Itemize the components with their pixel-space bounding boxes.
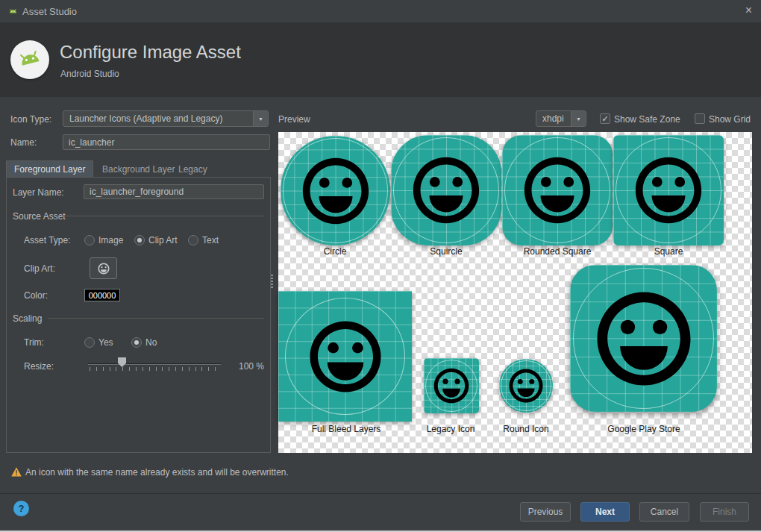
icon-type-value: Launcher Icons (Adaptive and Legacy): [69, 111, 222, 126]
clip-art-label: Clip Art:: [24, 263, 55, 274]
preview-item-label: Circle: [324, 246, 347, 257]
tab-label: Background Layer: [102, 164, 175, 175]
trim-label: Trim:: [24, 337, 44, 348]
safe-zone-keyline: [504, 137, 610, 243]
preview-item-label: Google Play Store: [607, 424, 680, 434]
clip-art-picker-button[interactable]: [90, 257, 117, 279]
preview-item-label: Legacy Icon: [427, 424, 475, 434]
radio-trim-no-label[interactable]: No: [145, 337, 157, 348]
radio-image[interactable]: [84, 235, 95, 245]
group-divider: [48, 318, 264, 319]
tab-label: Legacy: [178, 164, 207, 175]
radio-trim-yes[interactable]: [84, 337, 95, 348]
help-icon[interactable]: ?: [13, 501, 29, 516]
icon-type-dropdown[interactable]: Launcher Icons (Adaptive and Legacy) ▼: [63, 110, 269, 127]
safe-zone-keyline: [393, 137, 499, 243]
preview-item-label: Full Bleed Layers: [312, 424, 381, 434]
window-title: Asset Studio: [22, 6, 77, 17]
preview-item-label: Round Icon: [503, 424, 548, 434]
radio-text-label[interactable]: Text: [202, 235, 219, 245]
radio-clip-art[interactable]: [134, 235, 145, 245]
safe-zone-keyline: [501, 360, 551, 411]
chevron-down-icon[interactable]: ▼: [571, 111, 586, 126]
preview-item-label: Rounded Square: [524, 246, 592, 257]
resize-value: 100 %: [239, 361, 264, 372]
preview-shape-rounded-square: [502, 135, 613, 245]
density-value: xhdpi: [542, 111, 564, 126]
tab-background-layer[interactable]: Background Layer: [95, 160, 182, 178]
radio-trim-yes-label[interactable]: Yes: [98, 337, 113, 348]
safe-zone-keyline: [283, 138, 388, 243]
radio-text[interactable]: [188, 235, 198, 245]
titlebar: Asset Studio ×: [0, 0, 761, 22]
tab-legacy[interactable]: Legacy: [171, 160, 215, 178]
layer-name-input[interactable]: ic_launcher_foreground: [84, 184, 264, 199]
asset-studio-window: Asset Studio × Configure Image Asset And…: [0, 0, 761, 532]
tab-foreground-layer[interactable]: Foreground Layer: [6, 160, 93, 178]
preview-shape-square: [613, 135, 724, 245]
safe-zone-keyline: [616, 137, 721, 243]
preview-shape-round: [499, 359, 553, 413]
android-icon: [7, 6, 19, 17]
source-asset-heading: Source Asset: [13, 211, 66, 222]
preview-shape-legacy: [424, 358, 479, 413]
slider-thumb[interactable]: [118, 357, 126, 367]
next-button[interactable]: Next: [580, 502, 630, 522]
color-swatch[interactable]: 000000: [84, 289, 120, 301]
splitter-grip[interactable]: [271, 275, 273, 288]
scaling-heading: Scaling: [13, 313, 42, 324]
name-label: Name:: [10, 137, 37, 148]
layer-name-label: Layer Name:: [13, 187, 64, 198]
dialog-header: Configure Image Asset Android Studio: [0, 22, 761, 97]
safe-zone-keyline: [425, 360, 477, 412]
page-title: Configure Image Asset: [60, 42, 241, 63]
show-grid-checkbox[interactable]: [695, 113, 705, 124]
smiley-icon: [97, 262, 110, 275]
preview-canvas: Circle Squircle Rounded Square Square Fu…: [278, 132, 752, 453]
page-subtitle: Android Studio: [60, 69, 119, 79]
safe-zone-keyline: [573, 268, 714, 409]
radio-clip-art-label[interactable]: Clip Art: [148, 235, 178, 245]
warning-icon: [10, 466, 22, 478]
color-label: Color:: [24, 290, 48, 301]
chevron-down-icon[interactable]: ▼: [253, 111, 268, 126]
resize-label: Resize:: [24, 361, 54, 372]
previous-button[interactable]: Previous: [520, 502, 571, 522]
slider-ticks: [90, 367, 221, 371]
show-grid-label[interactable]: Show Grid: [709, 114, 751, 125]
show-safe-zone-checkbox[interactable]: ✓: [600, 113, 610, 124]
radio-image-label[interactable]: Image: [98, 235, 123, 245]
preview-shape-circle: [281, 136, 390, 245]
cancel-button[interactable]: Cancel: [639, 502, 689, 522]
slider-track: [88, 363, 221, 365]
preview-item-label: Squircle: [430, 246, 462, 257]
warning-text: An icon with the same name already exist…: [25, 467, 289, 478]
close-icon[interactable]: ×: [745, 4, 752, 17]
radio-trim-no[interactable]: [131, 337, 142, 348]
name-input[interactable]: ic_launcher: [63, 134, 270, 150]
density-dropdown[interactable]: xhdpi ▼: [536, 110, 586, 127]
preview-heading: Preview: [278, 114, 310, 125]
footer-divider: [0, 493, 761, 494]
finish-button[interactable]: Finish: [700, 502, 749, 522]
android-studio-logo: [10, 40, 49, 79]
preview-item-label: Square: [654, 246, 683, 257]
resize-slider[interactable]: [88, 357, 221, 372]
asset-type-label: Asset Type:: [24, 235, 70, 245]
preview-shape-squircle: [391, 135, 501, 245]
icon-type-label: Icon Type:: [10, 114, 51, 125]
group-divider: [58, 216, 264, 216]
tab-label: Foreground Layer: [14, 164, 85, 175]
android-head-icon: [15, 45, 45, 75]
preview-shape-full-bleed: [278, 291, 412, 422]
preview-shape-play-store: [570, 265, 717, 412]
show-safe-zone-label[interactable]: Show Safe Zone: [614, 114, 680, 125]
safe-zone-keyline: [285, 298, 405, 415]
